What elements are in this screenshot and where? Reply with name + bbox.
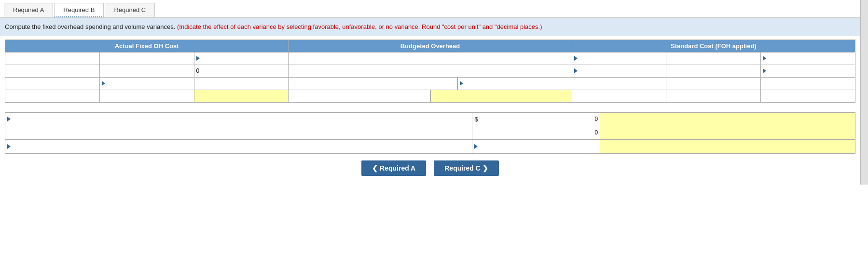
actual-foh-total-c1[interactable] [5,90,100,102]
var-label-row-1 [5,113,472,126]
actual-foh-r1c2[interactable] [100,53,194,65]
var-label-row-2 [5,126,472,140]
budgeted-r1c1[interactable] [289,53,571,65]
actual-foh-total-row [5,90,288,102]
std-r1c1[interactable] [572,53,667,65]
actual-foh-r3c2-input[interactable] [106,80,192,87]
budgeted-r3c1-input[interactable] [290,80,455,87]
standard-row-2 [572,65,855,77]
std-total-c2[interactable] [666,90,761,102]
var-amount-2 [472,126,600,140]
actual-foh-r1c3[interactable] [194,53,289,65]
actual-foh-r2c3 [194,65,289,77]
std-total-c2-input[interactable] [668,93,758,99]
var-label-3-input[interactable] [12,142,472,151]
std-r2c1[interactable] [572,65,667,77]
actual-foh-total-c1-input[interactable] [7,93,97,99]
budgeted-r3c2-input[interactable] [464,80,569,87]
actual-foh-r3c3-input[interactable] [196,80,287,87]
actual-foh-total-c2-input[interactable] [102,93,192,99]
budgeted-total-c2[interactable] [430,90,572,102]
std-r1c3-input[interactable] [767,55,853,62]
budgeted-r3c1[interactable] [289,78,457,90]
actual-foh-r2c3-input[interactable] [196,67,287,74]
std-r2c1-input[interactable] [579,67,664,74]
std-r2c3-input[interactable] [767,67,853,74]
budgeted-r2c1[interactable] [289,65,571,77]
variance-label-col [5,113,472,153]
triangle-icon-3 [460,81,463,86]
actual-foh-r3c2[interactable] [100,78,194,90]
tab-required-c[interactable]: Required C [105,3,155,17]
var-result-1-input[interactable] [600,115,855,123]
actual-foh-r2c1-input[interactable] [7,67,97,74]
actual-foh-total-c2[interactable] [100,90,194,102]
actual-foh-rows [5,52,288,102]
var-label-2-input[interactable] [5,128,472,137]
std-r3c2-input[interactable] [668,80,758,87]
budgeted-total-c1[interactable] [289,90,430,102]
actual-foh-r1c2-input[interactable] [102,55,192,62]
dollar-sign-1: $ [474,116,478,123]
triangle-icon-5 [763,56,766,61]
scrollbar[interactable] [860,0,868,185]
budgeted-total-c1-input[interactable] [290,93,427,99]
budgeted-r2c1-input[interactable] [290,67,569,74]
variance-amount-col: $ [472,113,600,153]
std-total-c1[interactable] [572,90,667,102]
std-r3c1[interactable] [572,78,667,90]
instruction-main: Compute the fixed overhead spending and … [5,23,177,30]
actual-foh-r2c2[interactable] [100,65,194,77]
std-r3c2[interactable] [666,78,761,90]
actual-foh-r2c2-input[interactable] [102,67,192,74]
tab-required-a[interactable]: Required A [4,3,53,17]
std-r1c2[interactable] [666,53,761,65]
budgeted-r3c2[interactable] [457,78,571,90]
actual-foh-r2c1[interactable] [5,65,100,77]
std-total-c1-input[interactable] [574,93,664,99]
variance-section: $ [5,112,855,154]
actual-foh-total-c3-input[interactable] [196,93,287,99]
var-amount-3-input[interactable] [479,143,598,150]
next-button[interactable]: Required C ❯ [434,160,499,176]
var-amount-2-input[interactable] [474,129,598,136]
actual-foh-r3c3[interactable] [194,78,289,90]
variance-result-col [600,113,855,153]
actual-foh-r1c1-input[interactable] [7,55,97,62]
std-total-c3-input[interactable] [763,93,853,99]
std-r2c2-input[interactable] [668,67,758,74]
prev-button[interactable]: ❮ Required A [361,160,426,176]
tabs-bar: Required A Required B Required C [0,0,860,18]
budgeted-row-3 [289,77,571,90]
instruction-red: (Indicate the effect of each variance by… [177,23,542,30]
standard-row-1 [572,52,855,65]
std-r1c3[interactable] [761,53,855,65]
actual-foh-column: Actual Fixed OH Cost [5,40,289,102]
std-r3c1-input[interactable] [574,80,664,87]
std-r3c3-input[interactable] [763,80,853,87]
budgeted-total-c2-input[interactable] [433,93,570,99]
std-r2c3[interactable] [761,65,855,77]
var-result-3-input[interactable] [600,142,855,151]
tab-required-b[interactable]: Required B [54,3,104,17]
budgeted-row-2 [289,65,571,77]
std-r1c1-input[interactable] [579,55,664,62]
var-result-2-input[interactable] [600,128,855,137]
std-r2c2[interactable] [666,65,761,77]
std-r1c2-input[interactable] [668,55,758,62]
standard-row-3 [572,77,855,90]
budgeted-total-row [289,90,571,102]
std-total-c3[interactable] [761,90,855,102]
budgeted-rows [289,52,571,102]
var-amount-1-input[interactable] [480,116,598,122]
actual-foh-r1c1[interactable] [5,53,100,65]
var-result-2 [600,126,855,140]
actual-foh-total-c3[interactable] [194,90,289,102]
actual-foh-r3c1[interactable] [5,78,100,90]
triangle-icon-2 [102,81,105,86]
actual-foh-r3c1-input[interactable] [7,80,97,87]
budgeted-r1c1-input[interactable] [290,55,569,62]
actual-foh-r1c3-input[interactable] [201,55,287,62]
var-label-1-input[interactable] [12,115,472,123]
std-r3c3[interactable] [761,78,855,90]
